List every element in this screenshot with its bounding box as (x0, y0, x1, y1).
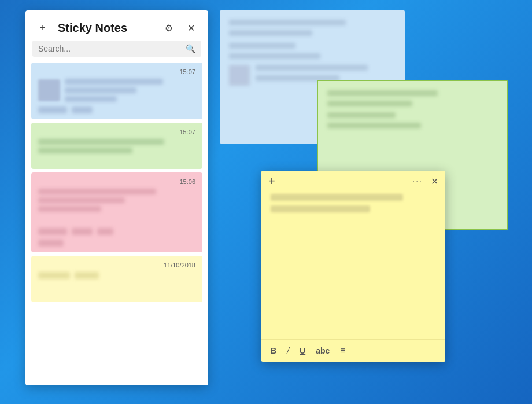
sticky-note-body[interactable] (261, 192, 445, 339)
note-line (38, 189, 156, 194)
bold-button[interactable]: B (271, 346, 276, 355)
note-line (38, 206, 101, 212)
sticky-text-line (271, 205, 370, 212)
note-thumb-1 (38, 79, 60, 101)
panel-header: + Sticky Notes ⚙ ✕ (25, 10, 208, 41)
app-title: Sticky Notes (58, 21, 127, 35)
search-icon[interactable]: 🔍 (186, 44, 195, 53)
note-line (65, 79, 163, 85)
note-line (38, 148, 132, 153)
note-tag (75, 272, 99, 279)
note-item-3[interactable]: 15:06 (31, 172, 202, 252)
notes-list-panel: + Sticky Notes ⚙ ✕ 🔍 15:07 (25, 10, 208, 385)
note-item-2[interactable]: 15:07 (31, 123, 202, 169)
note-tag (38, 106, 67, 113)
sticky-text-line (271, 194, 403, 201)
note-line (65, 87, 136, 93)
add-note-button[interactable]: + (35, 20, 51, 36)
note-tag (38, 272, 70, 279)
sticky-add-button[interactable]: + (268, 175, 275, 187)
strikethrough-button[interactable]: abc (316, 346, 330, 355)
sticky-note-header: + ··· ✕ (261, 171, 445, 192)
notes-list: 15:07 15:07 15:06 (25, 63, 208, 385)
note-time-2: 15:07 (38, 128, 195, 135)
list-button[interactable]: ≡ (340, 346, 345, 356)
sticky-close-button[interactable]: ✕ (431, 176, 438, 187)
note-tag (38, 228, 67, 235)
note-item-4[interactable]: 11/10/2018 (31, 256, 202, 302)
note-tag (97, 228, 113, 235)
search-input[interactable] (38, 44, 186, 53)
settings-button[interactable]: ⚙ (161, 20, 177, 36)
note-line (38, 139, 164, 145)
italic-button[interactable]: / (287, 346, 289, 355)
note-line (65, 96, 117, 102)
sticky-menu-button[interactable]: ··· (412, 177, 423, 186)
note-time-4: 11/10/2018 (38, 262, 195, 269)
underline-button[interactable]: U (300, 346, 305, 355)
note-line (38, 197, 125, 203)
search-bar: 🔍 (32, 41, 201, 57)
close-button[interactable]: ✕ (183, 20, 199, 36)
note-time-3: 15:06 (38, 178, 195, 185)
note-tag (72, 106, 93, 113)
sticky-toolbar: B / U abc ≡ (261, 339, 445, 362)
note-item-1[interactable]: 15:07 (31, 63, 202, 119)
open-sticky-note: + ··· ✕ B / U abc ≡ (261, 171, 445, 362)
note-tag (38, 240, 64, 247)
note-tag (72, 228, 93, 235)
note-time-1: 15:07 (38, 68, 195, 75)
